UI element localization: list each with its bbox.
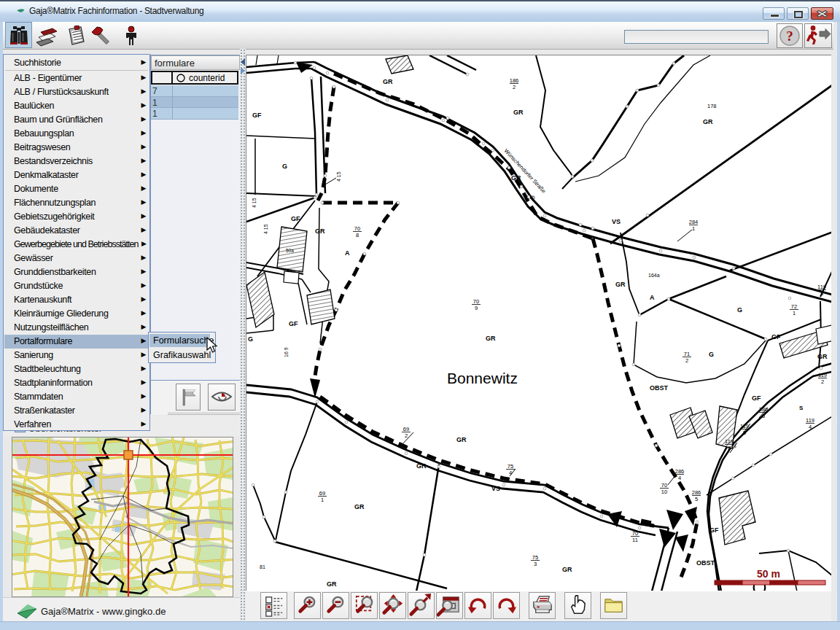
svg-text:119: 119 bbox=[725, 438, 734, 445]
svg-text:GR: GR bbox=[703, 118, 713, 125]
svg-text:10: 10 bbox=[661, 489, 667, 495]
svg-text:G: G bbox=[282, 163, 287, 170]
svg-text:71: 71 bbox=[684, 351, 690, 357]
svg-text:70: 70 bbox=[632, 530, 638, 537]
svg-text:5: 5 bbox=[743, 429, 746, 436]
svg-text:VS: VS bbox=[491, 485, 500, 492]
svg-text:GR: GR bbox=[562, 566, 572, 573]
svg-text:A: A bbox=[650, 294, 655, 301]
svg-text:4: 4 bbox=[809, 424, 812, 430]
svg-text:GF: GF bbox=[291, 215, 300, 222]
svg-text:GR: GR bbox=[383, 78, 393, 85]
svg-text:4: 4 bbox=[509, 470, 512, 476]
svg-text:2: 2 bbox=[405, 432, 408, 439]
svg-text:GF: GF bbox=[289, 320, 298, 327]
svg-text:OBST: OBST bbox=[650, 384, 669, 392]
svg-text:1: 1 bbox=[321, 497, 324, 503]
svg-text:GR: GR bbox=[327, 580, 337, 588]
svg-text:119: 119 bbox=[817, 284, 826, 290]
svg-text:69: 69 bbox=[403, 426, 409, 432]
svg-text:GR: GR bbox=[615, 281, 626, 288]
svg-text:286: 286 bbox=[692, 489, 701, 496]
svg-text:50 m: 50 m bbox=[757, 568, 780, 580]
svg-text:1: 1 bbox=[692, 225, 695, 232]
svg-text:GR: GR bbox=[486, 335, 496, 342]
svg-text:G: G bbox=[709, 351, 714, 358]
svg-text:VS: VS bbox=[612, 218, 621, 225]
svg-text:4: 4 bbox=[678, 475, 681, 481]
svg-text:178: 178 bbox=[707, 103, 717, 109]
svg-text:164a: 164a bbox=[648, 273, 660, 278]
svg-text:81: 81 bbox=[260, 564, 265, 569]
svg-text:70: 70 bbox=[354, 225, 360, 232]
svg-text:4 15: 4 15 bbox=[263, 224, 268, 234]
svg-text:70: 70 bbox=[473, 298, 479, 305]
svg-text:GF: GF bbox=[709, 526, 719, 534]
svg-text:OBST: OBST bbox=[696, 559, 715, 567]
svg-text:GF: GF bbox=[752, 394, 761, 402]
svg-text:5: 5 bbox=[695, 496, 698, 502]
svg-text:G: G bbox=[737, 306, 742, 314]
svg-text:9: 9 bbox=[475, 305, 478, 311]
svg-text:3: 3 bbox=[820, 290, 823, 297]
svg-text:A: A bbox=[345, 249, 350, 257]
svg-text:Bonnewitz: Bonnewitz bbox=[447, 370, 518, 386]
svg-text:186: 186 bbox=[510, 77, 519, 84]
svg-text:GR: GR bbox=[513, 109, 524, 116]
svg-text:286: 286 bbox=[759, 406, 769, 413]
svg-text:8: 8 bbox=[356, 232, 359, 238]
svg-text:3: 3 bbox=[534, 561, 537, 567]
svg-text:GR: GR bbox=[416, 462, 427, 470]
svg-text:119: 119 bbox=[740, 423, 749, 429]
svg-text:50a: 50a bbox=[286, 248, 294, 253]
svg-text:4 15: 4 15 bbox=[252, 198, 257, 208]
svg-text:counterid: counterid bbox=[189, 74, 225, 82]
svg-text:2: 2 bbox=[685, 357, 688, 364]
svg-text:286: 286 bbox=[675, 468, 685, 475]
svg-text:1.5b: 1.5b bbox=[526, 195, 535, 200]
svg-text:G: G bbox=[248, 335, 253, 343]
svg-text:GR: GR bbox=[354, 503, 365, 510]
svg-text:11: 11 bbox=[632, 537, 638, 543]
svg-text:72: 72 bbox=[791, 303, 797, 310]
svg-text:16 9: 16 9 bbox=[284, 347, 289, 357]
svg-text:GR: GR bbox=[315, 228, 325, 235]
svg-text:284: 284 bbox=[689, 219, 699, 225]
svg-text:69: 69 bbox=[319, 490, 325, 497]
svg-text:6: 6 bbox=[728, 445, 731, 451]
svg-text:GF: GF bbox=[252, 112, 262, 119]
svg-text:S: S bbox=[799, 405, 804, 411]
svg-text:70: 70 bbox=[661, 482, 667, 489]
svg-text:1: 1 bbox=[793, 310, 796, 316]
svg-text:2: 2 bbox=[821, 378, 824, 385]
svg-text:75: 75 bbox=[532, 554, 538, 561]
svg-text:75: 75 bbox=[508, 463, 513, 470]
svg-text:6: 6 bbox=[762, 413, 765, 419]
svg-text:GF: GF bbox=[771, 333, 781, 341]
svg-text:GR: GR bbox=[456, 436, 467, 443]
svg-text:GR: GR bbox=[511, 174, 521, 182]
svg-text:119: 119 bbox=[818, 372, 827, 378]
svg-text:119: 119 bbox=[806, 417, 814, 424]
svg-text:2: 2 bbox=[513, 84, 516, 90]
svg-text:?: ? bbox=[786, 28, 793, 44]
svg-text:GR: GR bbox=[817, 353, 828, 360]
svg-text:4 15: 4 15 bbox=[336, 171, 341, 182]
